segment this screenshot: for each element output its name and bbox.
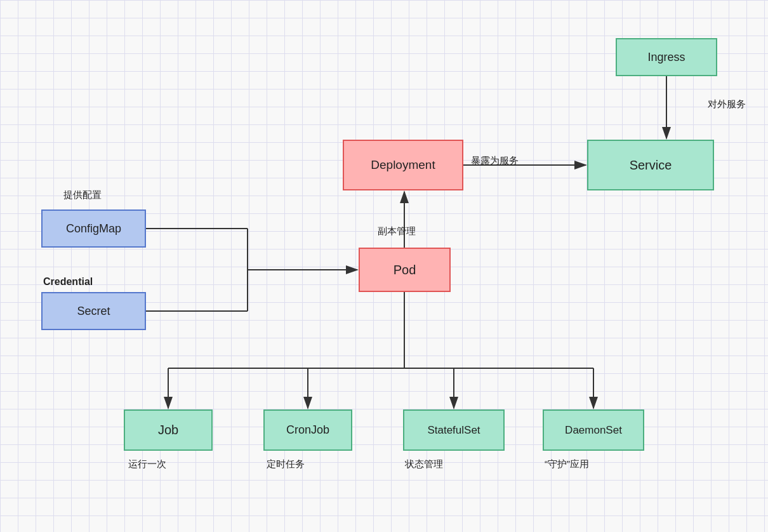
deployment-node: Deployment (343, 140, 463, 190)
service-node: Service (587, 140, 714, 190)
job-node: Job (124, 409, 213, 451)
statefulset-label: StatefulSet (427, 424, 480, 437)
pod-label: Pod (394, 263, 416, 277)
label-duiwai-fuwu: 对外服务 (708, 98, 746, 110)
ingress-label: Ingress (647, 51, 685, 64)
label-fuben-guanli: 副本管理 (378, 225, 416, 237)
ingress-node: Ingress (616, 38, 717, 76)
cronjob-label: CronJob (286, 423, 329, 437)
label-baolu-fuwu: 暴露为服务 (471, 155, 519, 167)
pod-node: Pod (359, 248, 451, 292)
label-shouhu-yingyong: “守护”应用 (545, 458, 589, 470)
label-yuanxing-yici: 运行一次 (128, 458, 166, 470)
label-tigong-peizhi: 提供配置 (63, 189, 102, 201)
configmap-node: ConfigMap (41, 209, 146, 248)
configmap-label: ConfigMap (66, 222, 121, 236)
secret-label: Secret (77, 305, 110, 318)
label-credential: Credential (43, 276, 93, 288)
secret-node: Secret (41, 292, 146, 330)
deployment-label: Deployment (371, 158, 435, 172)
daemonset-node: DaemonSet (543, 409, 644, 451)
job-label: Job (158, 423, 178, 437)
label-zhuangtai-guanli: 状态管理 (405, 458, 443, 470)
label-dingshi-renwu: 定时任务 (267, 458, 305, 470)
cronjob-node: CronJob (263, 409, 352, 451)
daemonset-label: DaemonSet (565, 424, 622, 437)
statefulset-node: StatefulSet (403, 409, 505, 451)
diagram-container: Ingress Service Deployment Pod ConfigMap… (0, 0, 768, 532)
service-label: Service (630, 158, 672, 173)
